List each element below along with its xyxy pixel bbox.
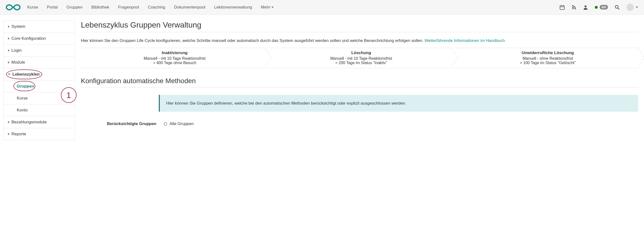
svg-point-4 xyxy=(572,8,573,9)
nav-portal[interactable]: Portal xyxy=(47,5,58,10)
sidebar-item-module[interactable]: Module xyxy=(4,57,75,69)
page-title: Lebenszyklus Gruppen Verwaltung xyxy=(81,21,638,30)
sidebar-label: Module xyxy=(12,60,25,65)
sidebar-label: Login xyxy=(12,48,22,53)
step-line2: > 200 Tage im Status "Inaktiv" xyxy=(278,61,444,65)
nav-links: Kurse Portal Gruppen Bibliothek Fragenpo… xyxy=(27,5,274,10)
caret-right-icon xyxy=(8,49,10,52)
content: Lebenszyklus Gruppen Verwaltung Hier kön… xyxy=(75,21,644,140)
sidebar-label: Lebenszyklen xyxy=(12,72,40,77)
caret-right-icon xyxy=(8,121,10,123)
nav-dokumentenpool[interactable]: Dokumentenpool xyxy=(174,5,206,10)
radio-label: Alle Gruppen xyxy=(170,121,194,126)
svg-line-7 xyxy=(618,8,620,10)
caret-down-icon xyxy=(271,7,274,8)
step-line1: Manuell - ohne Reaktionsfrist xyxy=(465,56,630,61)
search-icon[interactable] xyxy=(615,5,620,10)
sidebar-item-core-konfiguration[interactable]: Core Konfiguration xyxy=(4,33,75,45)
user-icon[interactable] xyxy=(583,5,588,10)
sidebar-item-bezahlungsmodule[interactable]: Bezahlungsmodule xyxy=(4,116,75,128)
intro-handbook-link[interactable]: Weiterführende Informationen im Handbuch xyxy=(424,38,505,43)
step-title: Löschung xyxy=(278,51,444,55)
sidebar: System Core Konfiguration Login Module L… xyxy=(4,21,75,140)
step-title: Inaktivierung xyxy=(92,51,258,55)
nav-fragenpool[interactable]: Fragenpool xyxy=(118,5,139,10)
intro-paragraph: Hier können Sie den Gruppen Life Cycle k… xyxy=(81,38,638,44)
step-line1: Manuell - mit 10 Tage Reaktionsfrist xyxy=(92,56,258,61)
nav-kurse[interactable]: Kurse xyxy=(27,5,38,10)
lifecycle-steps: Inaktivierung Manuell - mit 10 Tage Reak… xyxy=(81,48,638,68)
sidebar-item-login[interactable]: Login xyxy=(4,45,75,57)
status-group[interactable]: 0/4 xyxy=(595,5,608,10)
form-row-beruecksichtigte: Berücksichtigte Gruppen Alle Gruppen xyxy=(105,121,638,126)
info-box: Hier können Sie Gruppen definieren, welc… xyxy=(159,95,638,112)
intro-text: Hier können Sie den Gruppen Life Cycle k… xyxy=(81,38,424,43)
sidebar-label: Core Konfiguration xyxy=(12,36,46,41)
step-line2: > 100 Tage im Status "Gelöscht" xyxy=(465,61,630,65)
user-menu[interactable] xyxy=(626,4,638,11)
caret-right-icon xyxy=(8,37,10,40)
nav-gruppen[interactable]: Gruppen xyxy=(66,5,82,10)
sidebar-label: System xyxy=(12,24,25,29)
sidebar-item-reporte[interactable]: Reporte xyxy=(4,128,75,140)
caret-down-icon xyxy=(636,7,638,8)
radio-icon xyxy=(164,122,167,126)
caret-down-icon xyxy=(8,74,10,75)
section-config-title: Konfiguration automatische Methoden xyxy=(81,77,638,85)
caret-right-icon xyxy=(8,61,10,64)
nav-mehr-label: Mehr xyxy=(261,5,270,10)
nav-bibliothek[interactable]: Bibliothek xyxy=(91,5,109,10)
logo[interactable] xyxy=(6,4,20,11)
rss-icon[interactable] xyxy=(572,5,576,10)
nav-coaching[interactable]: Coaching xyxy=(148,5,166,10)
session-badge: 0/4 xyxy=(600,5,608,10)
sidebar-item-konto[interactable]: Konto xyxy=(4,104,75,116)
step-unwiderruflich[interactable]: Unwiderrufliche Löschung Manuell - ohne … xyxy=(454,48,638,68)
caret-right-icon xyxy=(8,25,10,28)
step-loeschung[interactable]: Löschung Manuell - mit 10 Tage Reaktions… xyxy=(268,48,452,68)
status-dot-icon xyxy=(595,6,598,9)
sidebar-label: Konto xyxy=(17,108,28,113)
nav-icons: 0/4 xyxy=(560,4,638,11)
avatar xyxy=(626,4,634,11)
caret-right-icon xyxy=(8,133,10,135)
sidebar-item-lebenszyklen[interactable]: Lebenszyklen xyxy=(4,69,75,80)
svg-rect-0 xyxy=(560,6,564,10)
topbar: Kurse Portal Gruppen Bibliothek Fragenpo… xyxy=(0,0,644,15)
sidebar-label: Gruppen xyxy=(17,84,34,89)
nav-mehr[interactable]: Mehr xyxy=(261,5,274,10)
step-line1: Manuell - mit 10 Tage Reaktionsfrist xyxy=(278,56,444,61)
step-inaktivierung[interactable]: Inaktivierung Manuell - mit 10 Tage Reak… xyxy=(81,48,265,68)
nav-lektionenverwaltung[interactable]: Lektionenverwaltung xyxy=(214,5,252,10)
step-title: Unwiderrufliche Löschung xyxy=(465,51,630,55)
sidebar-label: Reporte xyxy=(12,132,26,137)
form-label: Berücksichtigte Gruppen xyxy=(105,121,156,126)
annotation-circle-1: 1 xyxy=(61,87,76,103)
calendar-icon[interactable] xyxy=(560,5,564,10)
sidebar-item-system[interactable]: System xyxy=(4,21,75,33)
svg-point-5 xyxy=(584,5,586,7)
sidebar-label: Bezahlungsmodule xyxy=(12,120,47,125)
step-line2: > 400 Tage ohne Besuch xyxy=(92,61,258,65)
svg-point-6 xyxy=(615,5,618,8)
sidebar-label: Kurse xyxy=(17,96,28,101)
infinity-icon xyxy=(6,4,20,11)
radio-option-alle-gruppen[interactable]: Alle Gruppen xyxy=(164,121,194,126)
